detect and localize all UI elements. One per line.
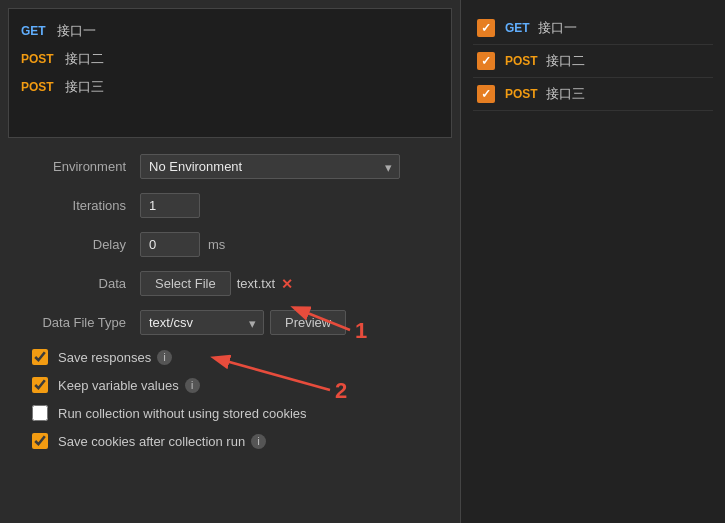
api-name-3: 接口三 — [65, 79, 104, 94]
data-label: Data — [16, 276, 126, 291]
right-api-item-2: POST 接口二 — [473, 45, 713, 78]
right-api-item-1: GET 接口一 — [473, 12, 713, 45]
right-method-get-1: GET — [505, 21, 530, 35]
run-without-cookies-row: Run collection without using stored cook… — [16, 405, 444, 421]
run-without-cookies-checkbox[interactable] — [32, 405, 48, 421]
right-method-post-2: POST — [505, 54, 538, 68]
file-type-select[interactable]: text/csv application/json — [140, 310, 264, 335]
api-item-1: GET 接口一 — [21, 17, 439, 45]
save-cookies-info-icon[interactable]: i — [251, 434, 266, 449]
delay-input[interactable] — [140, 232, 200, 257]
method-post-3: POST — [21, 80, 54, 94]
data-file-type-label: Data File Type — [16, 315, 126, 330]
data-file-row: Select File text.txt ✕ — [140, 271, 293, 296]
right-api-item-3: POST 接口三 — [473, 78, 713, 111]
keep-variable-label: Keep variable values — [58, 378, 179, 393]
save-cookies-row: Save cookies after collection run i — [16, 433, 444, 449]
api-item-3: POST 接口三 — [21, 73, 439, 101]
data-file-type-controls: text/csv application/json Preview — [140, 310, 346, 335]
delay-unit: ms — [208, 237, 225, 252]
right-panel: GET 接口一 POST 接口二 POST 接口三 — [460, 0, 725, 523]
select-file-button[interactable]: Select File — [140, 271, 231, 296]
save-cookies-checkbox[interactable] — [32, 433, 48, 449]
method-post-2: POST — [21, 52, 54, 66]
file-name: text.txt — [237, 276, 275, 291]
right-api-name-1: 接口一 — [538, 19, 577, 37]
run-without-cookies-label: Run collection without using stored cook… — [58, 406, 307, 421]
data-file-type-row: Data File Type text/csv application/json… — [16, 310, 444, 335]
data-row: Data Select File text.txt ✕ — [16, 271, 444, 296]
file-type-select-wrapper[interactable]: text/csv application/json — [140, 310, 264, 335]
save-responses-label: Save responses — [58, 350, 151, 365]
iterations-label: Iterations — [16, 198, 126, 213]
api-name-2: 接口二 — [65, 51, 104, 66]
environment-select-wrapper[interactable]: No Environment — [140, 154, 400, 179]
environment-select[interactable]: No Environment — [140, 154, 400, 179]
environment-row: Environment No Environment — [16, 154, 444, 179]
right-checkbox-3[interactable] — [477, 85, 495, 103]
right-method-post-3: POST — [505, 87, 538, 101]
keep-variable-row: Keep variable values i — [16, 377, 444, 393]
environment-label: Environment — [16, 159, 126, 174]
api-name-1: 接口一 — [57, 23, 96, 38]
save-responses-checkbox[interactable] — [32, 349, 48, 365]
right-checkbox-2[interactable] — [477, 52, 495, 70]
save-responses-row: Save responses i — [16, 349, 444, 365]
method-get-1: GET — [21, 24, 46, 38]
api-item-2: POST 接口二 — [21, 45, 439, 73]
right-api-name-2: 接口二 — [546, 52, 585, 70]
keep-variable-checkbox[interactable] — [32, 377, 48, 393]
save-responses-info-icon[interactable]: i — [157, 350, 172, 365]
delay-row: Delay ms — [16, 232, 444, 257]
api-list-box: GET 接口一 POST 接口二 POST 接口三 — [8, 8, 452, 138]
right-api-name-3: 接口三 — [546, 85, 585, 103]
iterations-row: Iterations — [16, 193, 444, 218]
close-file-icon[interactable]: ✕ — [281, 276, 293, 292]
keep-variable-info-icon[interactable]: i — [185, 378, 200, 393]
delay-label: Delay — [16, 237, 126, 252]
iterations-input[interactable] — [140, 193, 200, 218]
right-checkbox-1[interactable] — [477, 19, 495, 37]
preview-button[interactable]: Preview — [270, 310, 346, 335]
save-cookies-label: Save cookies after collection run — [58, 434, 245, 449]
form-section: Environment No Environment Iterations De… — [0, 146, 460, 523]
